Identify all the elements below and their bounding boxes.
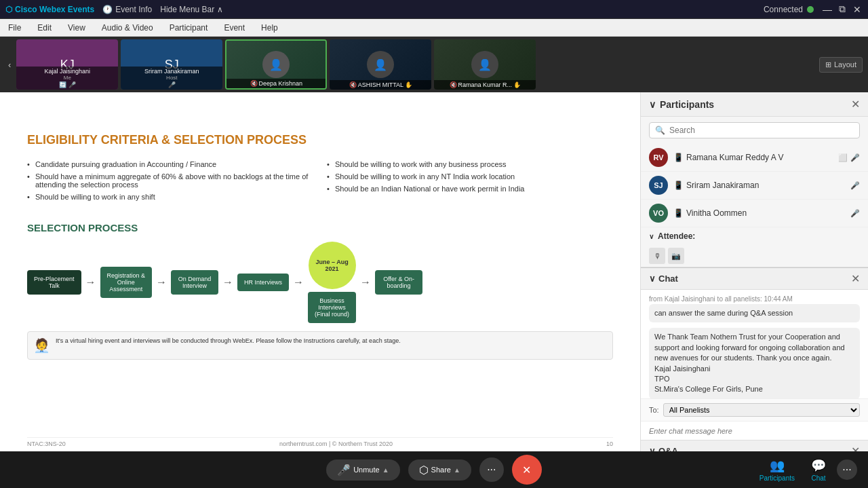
flow-step-6: Offer & On-boarding	[375, 270, 422, 295]
title-bar-right: Connected — ⧉ ✕	[764, 4, 863, 15]
attendee-control-1[interactable]: 🎙	[649, 248, 665, 264]
flowchart: Pre-PlacementTalk → Registration &Online…	[27, 242, 613, 323]
chat-message-2: We Thank Team Nothern Trust for your Coo…	[649, 328, 860, 398]
chevron-down-icon: ∨	[649, 99, 656, 110]
chat-meta-1: from Kajal Jaisinghani to all panelists:…	[649, 295, 860, 303]
info-box: 🧑‍💼 It's a virtual hiring event and inte…	[27, 331, 613, 360]
screen-icon-rv: ⬜	[838, 153, 848, 162]
end-call-button[interactable]: ✕	[512, 455, 542, 485]
avatar-sj: SJ	[649, 176, 668, 195]
tile-name-kajal: Kajal Jaisinghani	[45, 68, 91, 75]
mobile-icon-rv: 📱	[673, 153, 684, 162]
flow-arrow-2: →	[156, 276, 167, 288]
slide-footer-left: NTAC:3NS-20	[27, 440, 66, 447]
tile-name-ramana: Ramana Kumar R...	[458, 81, 513, 88]
menu-event[interactable]: Event	[221, 22, 248, 34]
flow-arrow-4: →	[293, 276, 304, 288]
clock-icon: 🕐	[102, 5, 113, 14]
chat-icon: 💬	[811, 458, 826, 473]
slide-subtitle: SELECTION PROCESS	[27, 222, 613, 233]
participant-tile-ramana[interactable]: 👤 🔇 Ramana Kumar R... ✋	[434, 39, 536, 90]
menu-audio-video[interactable]: Audio & Video	[99, 22, 156, 34]
close-button[interactable]: ✕	[852, 4, 863, 15]
more-right-button[interactable]: ···	[837, 459, 857, 480]
bullet-left-1: Candidate pursuing graduation in Account…	[27, 158, 313, 170]
participants-strip: ‹ KJ Kajal Jaisinghani Me 🔄 🎤 SJ Sriram …	[0, 37, 868, 92]
more-button[interactable]: ···	[479, 457, 504, 482]
bullets-left: Candidate pursuing graduation in Account…	[27, 158, 313, 203]
chat-title: ∨ Chat	[649, 274, 678, 284]
menu-edit[interactable]: Edit	[35, 22, 54, 34]
tile-mute-icon: 🎤	[68, 81, 76, 88]
menu-file[interactable]: File	[5, 22, 24, 34]
chat-chevron: ∨	[649, 274, 656, 284]
slide-col-right: Should be willing to work with any busin…	[327, 158, 613, 211]
bottom-right-buttons: 👥 Participants 💬 Chat ···	[754, 455, 857, 485]
chat-to-select[interactable]: All Panelists	[663, 403, 860, 417]
mobile-icon-sj: 📱	[673, 181, 684, 190]
chat-input-area	[641, 421, 868, 440]
slide-col-left: Candidate pursuing graduation in Account…	[27, 158, 313, 211]
main-area: Viewing Sriram Janakiraman... ◀ ▶ ELIGIB…	[0, 92, 868, 451]
search-icon: 🔍	[655, 126, 665, 135]
chat-close-button[interactable]: ✕	[851, 272, 860, 285]
participant-tile-deepa[interactable]: 👤 🔇 Deepa Krishnan	[225, 39, 327, 90]
attendee-control-2[interactable]: 📷	[668, 248, 684, 264]
participant-tile-ashish[interactable]: 👤 🔇 ASHISH MITTAL ✋	[330, 39, 431, 90]
event-info-button[interactable]: 🕐 Event Info	[102, 5, 152, 14]
slide-footer-right: 10	[606, 440, 613, 447]
attendee-controls: 🎙 📷	[641, 245, 868, 267]
attendee-chevron: ∨	[649, 233, 654, 240]
menu-view[interactable]: View	[65, 22, 88, 34]
icons-rv: ⬜ 🎤	[838, 153, 860, 162]
title-bar: ⬡ Cisco Webex Events 🕐 Event Info Hide M…	[0, 0, 868, 19]
participant-tile-sriram[interactable]: SJ Sriram Janakiraman Host 🎤	[121, 39, 222, 90]
flow-arrow-3: →	[222, 276, 233, 288]
search-box[interactable]: 🔍	[649, 122, 860, 138]
slide-footer-center: northerntrust.com | © Northern Trust 202…	[279, 440, 393, 447]
chat-messages: from Kajal Jaisinghani to all panelists:…	[641, 290, 868, 398]
slide-columns: Candidate pursuing graduation in Account…	[27, 158, 613, 211]
connection-status: Connected	[764, 5, 814, 14]
info-text: It's a virtual hiring event and intervie…	[56, 337, 401, 344]
participant-row-rv: RV 📱 Ramana Kumar Reddy A V ⬜ 🎤	[641, 144, 868, 172]
search-input[interactable]	[669, 126, 854, 135]
participants-panel: ∨ Participants ✕ 🔍 RV 📱 Ramana Kumar Red…	[641, 92, 868, 267]
tile-mic-ramana: 🔇	[450, 81, 457, 88]
presentation-area: Viewing Sriram Janakiraman... ◀ ▶ ELIGIB…	[0, 92, 640, 451]
unmute-button[interactable]: 🎤 Unmute ▲	[326, 459, 399, 481]
flow-step-5: BusinessInterviews(Final round)	[308, 292, 356, 323]
chat-header[interactable]: ∨ Chat ✕	[641, 268, 868, 290]
share-button[interactable]: ⬡ Share ▲	[408, 459, 471, 481]
strip-prev-button[interactable]: ‹	[5, 57, 14, 73]
hide-menu-bar-button[interactable]: Hide Menu Bar ∧	[160, 5, 223, 14]
menu-help[interactable]: Help	[258, 22, 281, 34]
icons-vo: 🎤	[850, 209, 860, 218]
restore-button[interactable]: ⧉	[837, 4, 848, 15]
tile-name-bar-deepa: 🔇 Deepa Krishnan	[226, 79, 326, 88]
layout-button[interactable]: ⊞ Layout	[819, 57, 863, 73]
tile-name-bar-ramana: 🔇 Ramana Kumar R... ✋	[434, 80, 536, 90]
attendee-section[interactable]: ∨ Attendee:	[641, 227, 868, 245]
minimize-button[interactable]: —	[822, 4, 833, 15]
participants-toolbar-button[interactable]: 👥 Participants	[754, 455, 800, 485]
app-logo: ⬡ Cisco Webex Events	[5, 5, 94, 14]
mic-icon: 🎤	[337, 464, 351, 476]
bullet-right-2: Should be willing to work in any NT Indi…	[327, 170, 613, 183]
chat-message-1: from Kajal Jaisinghani to all panelists:…	[649, 295, 860, 322]
participant-row-sj: SJ 📱 Sriram Janakiraman 🎤	[641, 172, 868, 200]
info-person-icon: 🧑‍💼	[33, 337, 50, 354]
bullet-right-3: Should be an Indian National or have wor…	[327, 183, 613, 195]
menu-participant[interactable]: Participant	[167, 22, 211, 34]
bullet-right-1: Should be willing to work with any busin…	[327, 158, 613, 170]
flow-arrow-1: →	[85, 276, 96, 288]
tile-mute-icon-sriram: 🎤	[168, 81, 176, 88]
participants-close-button[interactable]: ✕	[851, 98, 860, 111]
participant-tile-kajal[interactable]: KJ Kajal Jaisinghani Me 🔄 🎤	[16, 39, 118, 90]
tile-name-bar-sriram: Sriram Janakiraman Host 🎤	[121, 67, 222, 90]
mute-icon-vo: 🎤	[850, 209, 860, 218]
chat-input[interactable]	[649, 427, 860, 435]
tile-name-bar-kajal: Kajal Jaisinghani Me 🔄 🎤	[16, 67, 118, 90]
chat-toolbar-button[interactable]: 💬 Chat	[806, 455, 831, 485]
tile-mic-icon: 🔄	[59, 81, 66, 88]
